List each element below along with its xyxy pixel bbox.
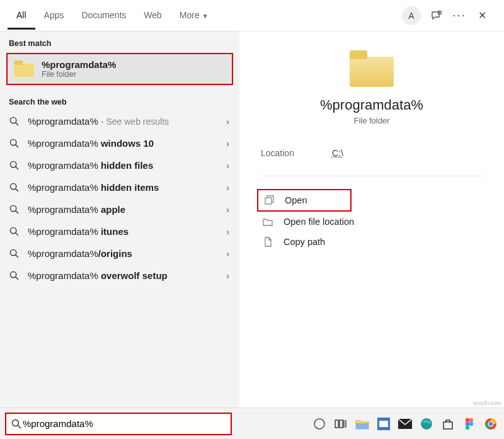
chevron-right-icon: ›: [226, 249, 229, 259]
web-result-2[interactable]: %programdata% hidden files ›: [0, 154, 239, 176]
svg-line-16: [15, 277, 18, 280]
svg-rect-27: [379, 421, 388, 427]
action-copy-path[interactable]: Copy path: [257, 232, 421, 252]
web-result-text: %programdata% hidden items: [28, 182, 226, 193]
chevron-right-icon: ›: [226, 205, 229, 215]
chevron-right-icon: ›: [226, 271, 229, 281]
file-explorer-icon[interactable]: [353, 414, 372, 433]
web-result-0[interactable]: %programdata% - See web results ›: [0, 110, 239, 132]
preview-subtitle: File folder: [239, 116, 504, 125]
chevron-down-icon: ▼: [202, 13, 209, 20]
action-label: Open: [285, 195, 307, 205]
svg-point-31: [466, 418, 469, 421]
chevron-right-icon: ›: [226, 161, 229, 171]
web-result-text: %programdata% windows 10: [28, 138, 226, 149]
svg-point-9: [10, 205, 16, 211]
svg-point-1: [10, 117, 16, 123]
svg-line-4: [15, 145, 18, 147]
svg-line-10: [15, 211, 18, 214]
web-result-1[interactable]: %programdata% windows 10 ›: [0, 132, 239, 154]
svg-rect-21: [335, 420, 338, 428]
cortana-icon[interactable]: [310, 414, 329, 433]
chevron-right-icon: ›: [226, 227, 229, 237]
task-view-icon[interactable]: [331, 414, 350, 433]
svg-point-20: [314, 419, 324, 429]
svg-rect-30: [444, 422, 452, 429]
close-icon[interactable]: ✕: [475, 9, 489, 23]
svg-point-3: [10, 139, 16, 145]
folder-icon-large: [350, 50, 394, 87]
action-open[interactable]: Open: [257, 189, 352, 212]
svg-point-13: [10, 249, 16, 255]
tab-apps[interactable]: Apps: [35, 1, 73, 30]
svg-point-18: [13, 419, 19, 426]
more-options-icon[interactable]: ···: [452, 9, 466, 23]
chevron-right-icon: ›: [226, 183, 229, 193]
svg-point-33: [466, 421, 469, 425]
svg-rect-17: [265, 198, 272, 204]
svg-line-19: [18, 425, 21, 428]
svg-line-2: [15, 123, 18, 125]
svg-rect-25: [356, 423, 369, 429]
chevron-right-icon: ›: [226, 117, 229, 127]
search-icon: [9, 161, 19, 171]
web-result-text: %programdata% apple: [28, 204, 226, 215]
svg-point-38: [489, 421, 493, 425]
results-panel: Best match %programdata% File folder Sea…: [0, 31, 239, 408]
web-result-text: %programdata% overwolf setup: [28, 270, 226, 281]
best-match-title: %programdata%: [42, 59, 116, 70]
web-result-5[interactable]: %programdata% itunes ›: [0, 220, 239, 242]
search-web-label: Search the web: [0, 90, 239, 110]
best-match-result[interactable]: %programdata% File folder: [6, 53, 233, 85]
tab-web[interactable]: Web: [135, 1, 171, 30]
mail-icon[interactable]: [396, 414, 415, 433]
svg-line-12: [15, 233, 18, 236]
web-result-text: %programdata% itunes: [28, 226, 226, 237]
location-label: Location: [261, 148, 294, 158]
action-open-file-location[interactable]: Open file location: [257, 212, 421, 232]
svg-line-8: [15, 189, 18, 191]
web-result-6[interactable]: %programdata%/origins ›: [0, 242, 239, 265]
svg-point-29: [421, 418, 432, 430]
app-icon-1[interactable]: [374, 414, 393, 433]
chevron-right-icon: ›: [226, 139, 229, 149]
search-icon: [9, 205, 19, 215]
svg-point-34: [469, 421, 473, 425]
svg-point-0: [438, 11, 442, 14]
search-input[interactable]: [21, 418, 226, 430]
feedback-icon[interactable]: [430, 9, 444, 23]
watermark: wsxdn.com: [473, 400, 501, 406]
svg-point-32: [469, 418, 473, 421]
svg-rect-22: [340, 420, 343, 428]
svg-point-5: [10, 161, 16, 167]
chrome-icon[interactable]: [481, 414, 500, 433]
preview-title: %programdata%: [239, 97, 504, 113]
tab-more[interactable]: More▼: [171, 1, 217, 30]
tab-documents[interactable]: Documents: [72, 1, 135, 30]
best-match-label: Best match: [0, 31, 239, 52]
action-label: Open file location: [284, 217, 354, 227]
web-result-3[interactable]: %programdata% hidden items ›: [0, 176, 239, 198]
action-icon: [262, 236, 273, 248]
svg-point-35: [466, 425, 469, 429]
svg-point-11: [10, 227, 16, 233]
edge-icon[interactable]: [417, 414, 436, 433]
action-label: Copy path: [284, 237, 325, 247]
action-icon: [263, 195, 275, 206]
best-match-subtitle: File folder: [42, 70, 116, 79]
web-result-7[interactable]: %programdata% overwolf setup ›: [0, 265, 239, 287]
search-icon: [9, 139, 19, 149]
search-icon: [9, 249, 19, 259]
search-box[interactable]: [5, 413, 232, 435]
web-result-text: %programdata% hidden files: [28, 160, 226, 171]
svg-point-7: [10, 183, 16, 189]
web-result-4[interactable]: %programdata% apple ›: [0, 198, 239, 220]
figma-icon[interactable]: [460, 414, 479, 433]
web-result-text: %programdata% - See web results: [28, 116, 226, 127]
user-avatar[interactable]: A: [402, 6, 421, 25]
search-icon: [9, 117, 19, 127]
location-value[interactable]: C:\: [332, 148, 343, 158]
svg-point-15: [10, 271, 16, 277]
tab-all[interactable]: All: [8, 1, 35, 30]
store-icon[interactable]: [438, 414, 457, 433]
